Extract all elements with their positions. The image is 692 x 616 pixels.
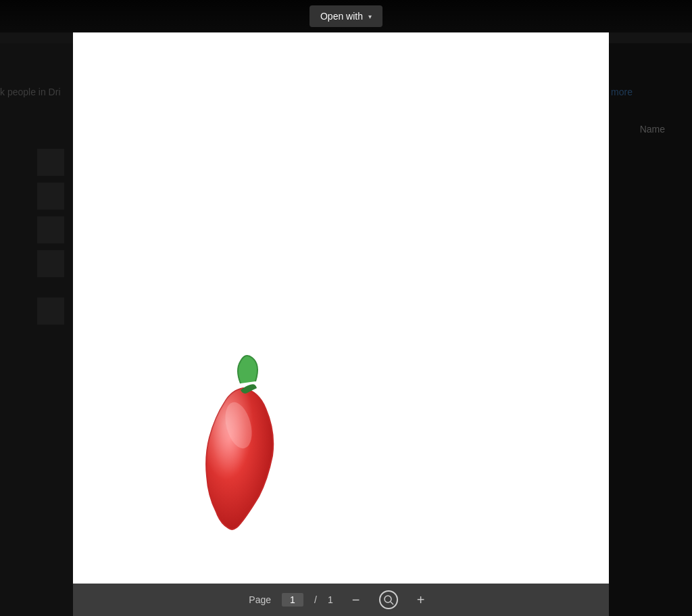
chevron-down-icon: ▾ (368, 13, 372, 20)
open-with-label: Open with (320, 11, 363, 22)
open-with-button[interactable]: Open with ▾ (310, 5, 382, 27)
zoom-out-icon: − (352, 592, 360, 608)
svg-line-3 (391, 602, 393, 605)
chili-image (141, 344, 323, 550)
zoom-in-button[interactable]: + (409, 588, 433, 612)
zoom-out-button[interactable]: − (344, 588, 368, 612)
page-total: 1 (328, 594, 333, 605)
zoom-fit-button[interactable] (379, 590, 398, 609)
modal-topbar: Open with ▾ (0, 0, 692, 32)
bottom-toolbar: Page / 1 − + (73, 584, 609, 616)
page-separator: / (314, 594, 317, 605)
page-label: Page (249, 594, 271, 605)
document-viewer (73, 32, 609, 584)
document-content (73, 32, 609, 584)
svg-point-2 (385, 596, 391, 602)
page-number-input[interactable] (282, 593, 303, 607)
zoom-in-icon: + (417, 592, 425, 608)
